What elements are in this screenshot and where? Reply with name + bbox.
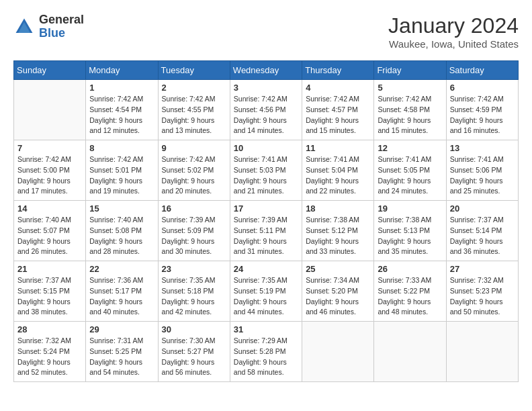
day-number: 11 [306, 143, 370, 153]
weekday-header-row: SundayMondayTuesdayWednesdayThursdayFrid… [14, 61, 519, 80]
day-info: Sunrise: 7:32 AMSunset: 5:23 PMDaylight:… [450, 275, 515, 318]
logo-blue: Blue [39, 27, 84, 40]
calendar-cell: 25Sunrise: 7:34 AMSunset: 5:20 PMDayligh… [302, 261, 374, 322]
calendar-cell: 12Sunrise: 7:41 AMSunset: 5:05 PMDayligh… [374, 140, 446, 201]
weekday-header-friday: Friday [374, 61, 446, 80]
day-number: 19 [378, 203, 442, 214]
calendar-cell: 30Sunrise: 7:30 AMSunset: 5:27 PMDayligh… [158, 322, 230, 382]
calendar-cell [14, 80, 86, 140]
day-info: Sunrise: 7:30 AMSunset: 5:27 PMDaylight:… [162, 336, 226, 378]
title-block: January 2024 Waukee, Iowa, United States [388, 13, 519, 50]
day-info: Sunrise: 7:40 AMSunset: 5:08 PMDaylight:… [89, 215, 154, 257]
calendar-cell: 23Sunrise: 7:35 AMSunset: 5:18 PMDayligh… [158, 261, 230, 322]
day-number: 18 [306, 203, 370, 214]
calendar-cell: 24Sunrise: 7:35 AMSunset: 5:19 PMDayligh… [230, 261, 302, 322]
day-number: 23 [162, 264, 226, 274]
calendar-week-row: 28Sunrise: 7:32 AMSunset: 5:24 PMDayligh… [14, 322, 519, 382]
calendar-cell: 9Sunrise: 7:42 AMSunset: 5:02 PMDaylight… [158, 140, 230, 201]
calendar-cell: 19Sunrise: 7:38 AMSunset: 5:13 PMDayligh… [374, 201, 446, 261]
day-number: 2 [162, 83, 226, 93]
day-number: 26 [378, 264, 442, 274]
day-number: 13 [450, 143, 515, 153]
day-number: 8 [89, 143, 154, 153]
calendar-cell: 14Sunrise: 7:40 AMSunset: 5:07 PMDayligh… [14, 201, 86, 261]
day-info: Sunrise: 7:36 AMSunset: 5:17 PMDaylight:… [89, 275, 154, 318]
page-header: General Blue January 2024 Waukee, Iowa, … [13, 13, 519, 50]
weekday-header-thursday: Thursday [302, 61, 374, 80]
calendar-week-row: 7Sunrise: 7:42 AMSunset: 5:00 PMDaylight… [14, 140, 519, 201]
day-number: 16 [162, 203, 226, 214]
weekday-header-tuesday: Tuesday [158, 61, 230, 80]
location: Waukee, Iowa, United States [388, 38, 519, 50]
day-info: Sunrise: 7:42 AMSunset: 4:54 PMDaylight:… [89, 94, 154, 136]
weekday-header-saturday: Saturday [446, 61, 518, 80]
calendar-cell: 2Sunrise: 7:42 AMSunset: 4:55 PMDaylight… [158, 80, 230, 140]
day-number: 31 [234, 324, 298, 334]
logo-text: General Blue [39, 13, 84, 40]
day-info: Sunrise: 7:34 AMSunset: 5:20 PMDaylight:… [306, 275, 370, 318]
logo-general: General [39, 13, 84, 27]
day-number: 29 [89, 324, 154, 334]
calendar-cell: 28Sunrise: 7:32 AMSunset: 5:24 PMDayligh… [14, 322, 86, 382]
day-number: 22 [89, 264, 154, 274]
day-info: Sunrise: 7:38 AMSunset: 5:12 PMDaylight:… [306, 215, 370, 257]
calendar-cell: 18Sunrise: 7:38 AMSunset: 5:12 PMDayligh… [302, 201, 374, 261]
calendar-week-row: 21Sunrise: 7:37 AMSunset: 5:15 PMDayligh… [14, 261, 519, 322]
weekday-header-wednesday: Wednesday [230, 61, 302, 80]
month-title: January 2024 [388, 13, 519, 38]
day-info: Sunrise: 7:31 AMSunset: 5:25 PMDaylight:… [89, 336, 154, 378]
calendar-cell: 16Sunrise: 7:39 AMSunset: 5:09 PMDayligh… [158, 201, 230, 261]
calendar-week-row: 1Sunrise: 7:42 AMSunset: 4:54 PMDaylight… [14, 80, 519, 140]
calendar-cell: 21Sunrise: 7:37 AMSunset: 5:15 PMDayligh… [14, 261, 86, 322]
day-number: 14 [17, 203, 82, 214]
calendar-cell: 15Sunrise: 7:40 AMSunset: 5:08 PMDayligh… [86, 201, 158, 261]
calendar-cell: 26Sunrise: 7:33 AMSunset: 5:22 PMDayligh… [374, 261, 446, 322]
day-info: Sunrise: 7:32 AMSunset: 5:24 PMDaylight:… [17, 336, 82, 378]
weekday-header-monday: Monday [86, 61, 158, 80]
day-info: Sunrise: 7:29 AMSunset: 5:28 PMDaylight:… [234, 336, 298, 378]
calendar-cell: 29Sunrise: 7:31 AMSunset: 5:25 PMDayligh… [86, 322, 158, 382]
calendar-cell: 4Sunrise: 7:42 AMSunset: 4:57 PMDaylight… [302, 80, 374, 140]
day-info: Sunrise: 7:39 AMSunset: 5:09 PMDaylight:… [162, 215, 226, 257]
calendar-cell: 7Sunrise: 7:42 AMSunset: 5:00 PMDaylight… [14, 140, 86, 201]
day-number: 5 [378, 83, 442, 93]
day-number: 17 [234, 203, 298, 214]
day-info: Sunrise: 7:37 AMSunset: 5:15 PMDaylight:… [17, 275, 82, 318]
day-info: Sunrise: 7:37 AMSunset: 5:14 PMDaylight:… [450, 215, 515, 257]
day-info: Sunrise: 7:35 AMSunset: 5:19 PMDaylight:… [234, 275, 298, 318]
day-number: 30 [162, 324, 226, 334]
day-info: Sunrise: 7:42 AMSunset: 5:02 PMDaylight:… [162, 154, 226, 197]
calendar-cell: 10Sunrise: 7:41 AMSunset: 5:03 PMDayligh… [230, 140, 302, 201]
day-info: Sunrise: 7:42 AMSunset: 4:56 PMDaylight:… [234, 94, 298, 136]
logo-icon [13, 16, 35, 38]
day-number: 28 [17, 324, 82, 334]
day-info: Sunrise: 7:42 AMSunset: 4:58 PMDaylight:… [378, 94, 442, 136]
day-number: 20 [450, 203, 515, 214]
calendar-cell [302, 322, 374, 382]
calendar-cell: 27Sunrise: 7:32 AMSunset: 5:23 PMDayligh… [446, 261, 518, 322]
calendar-cell: 8Sunrise: 7:42 AMSunset: 5:01 PMDaylight… [86, 140, 158, 201]
weekday-header-sunday: Sunday [14, 61, 86, 80]
logo: General Blue [13, 13, 84, 40]
day-number: 7 [17, 143, 82, 153]
calendar-cell: 20Sunrise: 7:37 AMSunset: 5:14 PMDayligh… [446, 201, 518, 261]
calendar-cell: 22Sunrise: 7:36 AMSunset: 5:17 PMDayligh… [86, 261, 158, 322]
day-number: 27 [450, 264, 515, 274]
day-info: Sunrise: 7:42 AMSunset: 5:00 PMDaylight:… [17, 154, 82, 197]
calendar-cell: 1Sunrise: 7:42 AMSunset: 4:54 PMDaylight… [86, 80, 158, 140]
day-info: Sunrise: 7:42 AMSunset: 4:59 PMDaylight:… [450, 94, 515, 136]
day-number: 10 [234, 143, 298, 153]
day-info: Sunrise: 7:41 AMSunset: 5:03 PMDaylight:… [234, 154, 298, 197]
day-info: Sunrise: 7:40 AMSunset: 5:07 PMDaylight:… [17, 215, 82, 257]
calendar-week-row: 14Sunrise: 7:40 AMSunset: 5:07 PMDayligh… [14, 201, 519, 261]
calendar-cell: 5Sunrise: 7:42 AMSunset: 4:58 PMDaylight… [374, 80, 446, 140]
calendar-cell: 3Sunrise: 7:42 AMSunset: 4:56 PMDaylight… [230, 80, 302, 140]
calendar-cell: 6Sunrise: 7:42 AMSunset: 4:59 PMDaylight… [446, 80, 518, 140]
day-info: Sunrise: 7:39 AMSunset: 5:11 PMDaylight:… [234, 215, 298, 257]
calendar-cell [374, 322, 446, 382]
day-number: 24 [234, 264, 298, 274]
day-info: Sunrise: 7:33 AMSunset: 5:22 PMDaylight:… [378, 275, 442, 318]
day-info: Sunrise: 7:41 AMSunset: 5:04 PMDaylight:… [306, 154, 370, 197]
day-number: 15 [89, 203, 154, 214]
day-number: 12 [378, 143, 442, 153]
